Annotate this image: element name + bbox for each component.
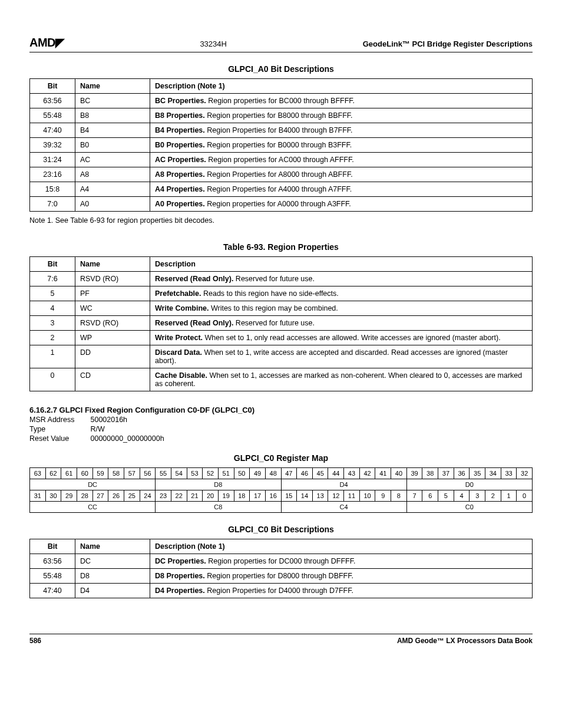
bit-cell: 6 <box>422 490 438 502</box>
table-row: 5PFPrefetchable. Reads to this region ha… <box>30 286 533 301</box>
bit-cell: 37 <box>438 468 454 479</box>
region-props-table: Bit Name Description 7:6RSVD (RO)Reserve… <box>29 256 533 391</box>
bit-cell: 30 <box>45 490 61 502</box>
bit-cell: 43 <box>344 468 360 479</box>
table-row: 1DDDiscard Data. When set to 1, write ac… <box>30 345 533 368</box>
region-props-title: Table 6-93. Region Properties <box>29 242 533 252</box>
bit-cell: 3 <box>470 490 485 502</box>
bit-cell: 28 <box>77 490 92 502</box>
bit-cell: 27 <box>92 490 108 502</box>
col-name: Name <box>75 539 150 554</box>
table-row: 7:6RSVD (RO)Reserved (Read Only). Reserv… <box>30 272 533 286</box>
table-row: 15:8A4A4 Properties. Region Properties f… <box>30 182 533 197</box>
field-name-cell: D0 <box>406 479 532 490</box>
bit-cell: 36 <box>454 468 470 479</box>
bit-cell: 40 <box>391 468 407 479</box>
table-row: 47:40D4D4 Properties. Region Properties … <box>30 584 533 598</box>
msr-address: MSR Address 50002016h <box>29 416 533 424</box>
bit-cell: 35 <box>470 468 485 479</box>
table-row: 0CDCache Disable. When set to 1, accesse… <box>30 368 533 391</box>
table-row: 63:56BCBC Properties. Region properties … <box>30 94 533 108</box>
type-row: Type R/W <box>29 425 533 433</box>
col-bit: Bit <box>30 257 75 272</box>
field-name-cell: C8 <box>156 502 281 513</box>
bit-cell: 9 <box>375 490 391 502</box>
bit-cell: 54 <box>171 468 187 479</box>
bit-cell: 18 <box>234 490 250 502</box>
bit-cell: 10 <box>359 490 375 502</box>
bit-cell: 19 <box>218 490 234 502</box>
table-row: 23:16A8A8 Properties. Region Properties … <box>30 167 533 182</box>
table-row: 55:48B8B8 Properties. Region properties … <box>30 108 533 123</box>
glpci-c0-regmap: 6362616059585756555453525150494847464544… <box>29 467 533 513</box>
amd-logo: AMD◤ <box>29 35 64 50</box>
bit-cell: 57 <box>124 468 140 479</box>
bit-cell: 45 <box>312 468 328 479</box>
bit-cell: 12 <box>328 490 344 502</box>
bit-cell: 16 <box>265 490 281 502</box>
page-header: AMD◤ 33234H GeodeLink™ PCI Bridge Regist… <box>29 35 533 52</box>
col-desc: Description <box>150 257 533 272</box>
glpci-c0-bits-table: Bit Name Description (Note 1) 63:56DCDC … <box>29 539 533 598</box>
glpci-c0-bits-title: GLPCI_C0 Bit Descriptions <box>29 525 533 534</box>
field-name-cell: C4 <box>281 502 406 513</box>
bit-cell: 7 <box>406 490 422 502</box>
bit-cell: 21 <box>187 490 203 502</box>
table-row: 4WCWrite Combine. Writes to this region … <box>30 301 533 316</box>
bit-cell: 58 <box>108 468 124 479</box>
bit-cell: 29 <box>61 490 77 502</box>
bit-cell: 15 <box>281 490 297 502</box>
table-row: 63:56DCDC Properties. Region properties … <box>30 554 533 569</box>
field-name-cell: D4 <box>281 479 406 490</box>
book-title: AMD Geode™ LX Processors Data Book <box>397 637 533 645</box>
col-desc: Description (Note 1) <box>150 79 533 94</box>
bit-cell: 24 <box>140 490 156 502</box>
bit-cell: 44 <box>328 468 344 479</box>
bit-cell: 11 <box>344 490 360 502</box>
table-row: 7:0A0A0 Properties. Region properties fo… <box>30 197 533 212</box>
col-bit: Bit <box>30 539 75 554</box>
col-bit: Bit <box>30 79 75 94</box>
col-name: Name <box>75 257 150 272</box>
bit-cell: 39 <box>406 468 422 479</box>
bit-cell: 13 <box>312 490 328 502</box>
bit-cell: 50 <box>234 468 250 479</box>
bit-cell: 32 <box>517 468 533 479</box>
bit-cell: 1 <box>501 490 517 502</box>
glpci-a0-table: Bit Name Description (Note 1) 63:56BCBC … <box>29 78 533 212</box>
bit-cell: 2 <box>485 490 501 502</box>
table-row: 31:24ACAC Properties. Region properties … <box>30 153 533 167</box>
bit-cell: 5 <box>438 490 454 502</box>
bit-cell: 56 <box>140 468 156 479</box>
bit-cell: 55 <box>156 468 171 479</box>
reset-row: Reset Value 00000000_00000000h <box>29 434 533 443</box>
regmap-title: GLPCI_C0 Register Map <box>29 453 533 463</box>
bit-cell: 14 <box>297 490 313 502</box>
bit-cell: 34 <box>485 468 501 479</box>
col-name: Name <box>75 79 150 94</box>
header-title: GeodeLink™ PCI Bridge Register Descripti… <box>363 39 533 48</box>
table-row: 2WPWrite Protect. When set to 1, only re… <box>30 331 533 345</box>
bit-cell: 47 <box>281 468 297 479</box>
page-number: 586 <box>29 637 41 645</box>
bit-cell: 8 <box>391 490 407 502</box>
bit-cell: 31 <box>30 490 46 502</box>
bit-cell: 59 <box>92 468 108 479</box>
bit-cell: 0 <box>517 490 533 502</box>
table-row: 39:32B0B0 Properties. Region properties … <box>30 138 533 153</box>
bit-cell: 17 <box>250 490 266 502</box>
table-row: 47:40B4B4 Properties. Region Properties … <box>30 123 533 138</box>
bit-cell: 20 <box>203 490 219 502</box>
bit-cell: 61 <box>61 468 77 479</box>
bit-cell: 63 <box>30 468 46 479</box>
bit-cell: 60 <box>77 468 92 479</box>
field-name-cell: C0 <box>406 502 532 513</box>
page-footer: 586 AMD Geode™ LX Processors Data Book <box>29 634 533 645</box>
bit-cell: 48 <box>265 468 281 479</box>
bit-cell: 51 <box>218 468 234 479</box>
bit-cell: 25 <box>124 490 140 502</box>
table-row: 55:48D8D8 Properties. Region properties … <box>30 569 533 584</box>
glpci-a0-note: Note 1. See Table 6-93 for region proper… <box>29 216 533 225</box>
doc-number: 33234H <box>200 39 227 48</box>
bit-cell: 22 <box>171 490 187 502</box>
